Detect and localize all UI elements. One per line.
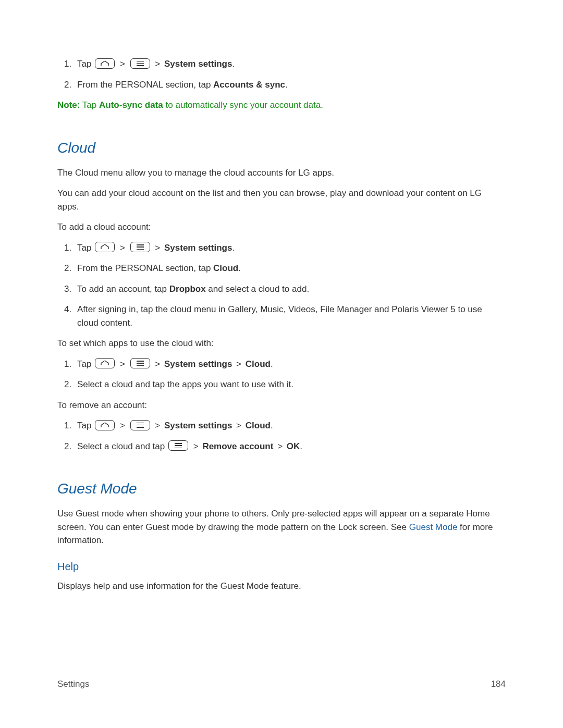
cloud-steps-set: Tap > > System settings > Cloud. Select … <box>57 357 506 391</box>
body-text: To add a cloud account: <box>57 220 506 234</box>
punct: . <box>271 359 273 369</box>
menu-icon <box>130 420 150 430</box>
list-item: After signing in, tap the cloud menu in … <box>74 303 506 329</box>
step-text: Tap <box>77 243 91 253</box>
step-text: From the PERSONAL section, tap <box>77 80 213 90</box>
guest-mode-link[interactable]: Guest Mode <box>409 522 458 532</box>
punct: . <box>232 59 235 69</box>
list-item: Tap > > System settings. <box>74 57 506 71</box>
home-icon <box>95 420 115 430</box>
steps-initial: Tap > > System settings. From the PERSON… <box>57 57 506 91</box>
guest-mode-heading: Guest Mode <box>57 478 506 500</box>
separator: > <box>153 59 162 69</box>
body-text: The Cloud menu allow you to manage the c… <box>57 166 506 180</box>
cloud-steps-remove: Tap > > System settings > Cloud. Select … <box>57 419 506 453</box>
help-heading: Help <box>57 559 506 574</box>
step-text: Tap <box>77 359 91 369</box>
destination: System settings <box>164 243 232 253</box>
punct: . <box>285 80 288 90</box>
note-label: Note: <box>57 100 80 110</box>
body-text: Displays help and use information for th… <box>57 579 506 593</box>
cloud-steps-add: Tap > > System settings. From the PERSON… <box>57 241 506 330</box>
note-text: to automatically sync your account data. <box>163 100 323 110</box>
list-item: Tap > > System settings > Cloud. <box>74 357 506 371</box>
punct: . <box>271 421 273 430</box>
step-text: Select a cloud and tap the apps you want… <box>77 379 293 389</box>
list-item: Select a cloud and tap the apps you want… <box>74 378 506 391</box>
destination: Cloud <box>246 421 271 430</box>
step-text: After signing in, tap the cloud menu in … <box>77 304 482 328</box>
list-item: From the PERSONAL section, tap Accounts … <box>74 78 506 92</box>
body-text: You can add your cloud account on the li… <box>57 187 506 213</box>
separator: > <box>118 243 127 253</box>
destination: OK <box>287 441 300 451</box>
separator: > <box>192 441 200 451</box>
punct: . <box>232 243 235 253</box>
destination: System settings <box>164 359 232 369</box>
menu-icon <box>168 440 188 451</box>
page-number: 184 <box>491 677 506 691</box>
separator: > <box>153 243 162 253</box>
destination: Cloud <box>213 263 238 273</box>
separator: > <box>118 59 127 69</box>
body-text: Use Guest mode when showing your phone t… <box>57 507 506 547</box>
step-text: Tap <box>77 421 91 430</box>
list-item: To add an account, tap Dropbox and selec… <box>74 282 506 296</box>
separator: > <box>118 421 127 430</box>
cloud-heading: Cloud <box>57 137 506 159</box>
list-item: Tap > > System settings > Cloud. <box>74 419 506 433</box>
body-text: To set which apps to use the cloud with: <box>57 337 506 350</box>
step-text: Tap <box>77 59 91 69</box>
destination: System settings <box>164 421 232 430</box>
note-emph: Auto-sync data <box>99 100 163 110</box>
step-text: From the PERSONAL section, tap <box>77 263 213 273</box>
step-text: and select a cloud to add. <box>206 284 309 294</box>
note-line: Note: Tap Auto-sync data to automaticall… <box>57 98 506 112</box>
separator: > <box>118 359 127 369</box>
separator: > <box>235 421 243 430</box>
destination: Accounts & sync <box>213 80 285 90</box>
home-icon <box>95 242 115 252</box>
footer-section: Settings <box>57 677 89 691</box>
destination: Remove account <box>202 441 273 451</box>
step-text: Select a cloud and tap <box>77 441 165 451</box>
home-icon <box>95 58 115 69</box>
destination: Cloud <box>246 359 271 369</box>
list-item: Tap > > System settings. <box>74 241 506 255</box>
punct: . <box>238 263 241 273</box>
destination: System settings <box>164 59 232 69</box>
list-item: From the PERSONAL section, tap Cloud. <box>74 262 506 275</box>
home-icon <box>95 358 115 368</box>
separator: > <box>153 421 162 430</box>
note-text: Tap <box>80 100 99 110</box>
body-text: To remove an account: <box>57 399 506 412</box>
menu-icon <box>130 58 150 69</box>
menu-icon <box>130 358 150 368</box>
punct: . <box>300 441 302 451</box>
menu-icon <box>130 242 150 252</box>
separator: > <box>276 441 284 451</box>
list-item: Select a cloud and tap > Remove account … <box>74 440 506 453</box>
page-footer: Settings 184 <box>57 677 506 691</box>
destination: Dropbox <box>169 284 206 294</box>
separator: > <box>153 359 162 369</box>
separator: > <box>235 359 243 369</box>
step-text: To add an account, tap <box>77 284 169 294</box>
